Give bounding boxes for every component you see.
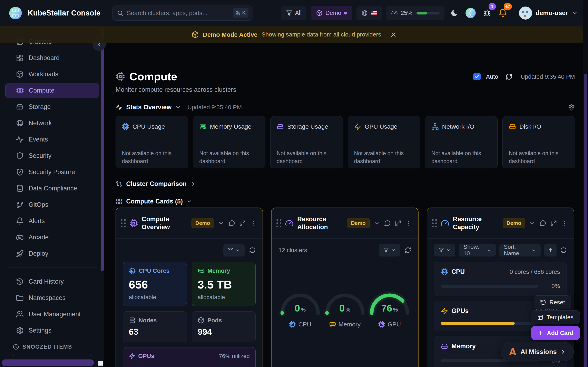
tile-memory[interactable]: Memory 3.5 TB allocatable — [192, 262, 256, 306]
sidebar-item-card-history[interactable]: Card History — [5, 274, 99, 289]
search-input[interactable] — [127, 9, 229, 17]
sidebar-item-namespaces[interactable]: Namespaces — [5, 290, 99, 306]
reset-button[interactable]: Reset — [534, 295, 571, 309]
show-count-dropdown[interactable]: Show: 10 — [459, 244, 496, 257]
refresh-icon[interactable] — [560, 247, 567, 253]
ai-missions-logo-icon: A — [508, 347, 517, 356]
network-icon — [432, 123, 439, 130]
filter-button[interactable] — [379, 244, 400, 257]
drag-handle-icon[interactable] — [277, 219, 281, 227]
kebab-menu-icon[interactable] — [250, 220, 256, 226]
chevron-down-icon[interactable] — [529, 220, 535, 226]
sort-dropdown[interactable]: Sort: Name — [499, 244, 541, 257]
drag-handle-icon[interactable] — [121, 219, 126, 227]
sidebar-item-settings[interactable]: Settings — [5, 323, 99, 338]
filter-button[interactable] — [434, 244, 455, 257]
chevron-down-icon — [391, 248, 396, 252]
box-icon — [198, 317, 205, 324]
comment-icon[interactable] — [539, 220, 546, 227]
chevron-down-icon[interactable] — [218, 220, 224, 226]
expand-icon[interactable] — [395, 220, 401, 226]
stat-card-network-io[interactable]: Network I/O - Not available on this dash… — [425, 116, 498, 168]
kebab-menu-icon[interactable] — [406, 220, 412, 226]
stat-card-gpu-usage[interactable]: GPU Usage - Not available on this dashbo… — [348, 116, 420, 168]
page-scrollbar[interactable] — [583, 0, 588, 367]
hard-drive-icon — [16, 103, 24, 111]
chevron-down-icon — [186, 199, 192, 204]
tile-gpus[interactable]: GPUs 76% utilized 52 / 68 allocated — [123, 347, 256, 367]
chevron-down-icon — [446, 248, 451, 252]
add-card-button[interactable]: Add Card — [531, 326, 580, 340]
stat-card-disk-io[interactable]: Disk I/O - Not available on this dashboa… — [502, 116, 575, 168]
capacity-value: 0 cores / 656 cores — [510, 268, 560, 275]
kebab-menu-icon[interactable] — [561, 220, 568, 226]
comment-icon[interactable] — [384, 220, 391, 227]
auto-refresh-checkbox[interactable] — [473, 73, 481, 80]
expand-icon[interactable] — [550, 220, 557, 226]
sidebar-item-security[interactable]: Security — [5, 148, 99, 164]
assistant-button[interactable] — [464, 6, 477, 20]
refresh-icon[interactable] — [249, 247, 256, 253]
cluster-comparison-section[interactable]: Cluster Comparison — [116, 180, 575, 188]
close-icon[interactable] — [390, 32, 397, 38]
capacity-row-cpu[interactable]: CPU 0 cores / 656 cores 0% — [434, 262, 567, 296]
sidebar-item-security-posture[interactable]: Security Posture — [5, 164, 99, 180]
zoom-control[interactable]: 25% — [386, 6, 444, 20]
arrow-up-icon — [548, 247, 553, 253]
sidebar-item-data-compliance[interactable]: Data Compliance — [5, 181, 99, 196]
folder-icon — [16, 294, 24, 302]
sidebar-scroll-corner — [98, 361, 103, 366]
chevron-down-icon[interactable] — [374, 220, 380, 226]
zap-icon — [129, 353, 135, 359]
sidebar-item-alerts[interactable]: Alerts — [5, 213, 99, 229]
demo-mode-button[interactable]: Demo — [311, 6, 352, 20]
cpu-cores-value: 656 — [129, 278, 181, 291]
comment-icon[interactable] — [228, 220, 235, 227]
debug-button[interactable]: 1 — [482, 6, 493, 20]
tile-nodes[interactable]: Nodes 63 — [123, 311, 187, 342]
page-subtitle: Monitor compute resources across cluster… — [116, 86, 236, 93]
theme-toggle-button[interactable] — [449, 6, 459, 20]
hard-drive-icon — [277, 123, 284, 130]
sidebar-item-dashboard[interactable]: Dashboard — [5, 50, 99, 66]
gear-icon[interactable] — [568, 104, 575, 111]
sidebar-item-events[interactable]: Events — [5, 132, 99, 147]
filter-all-button[interactable]: All — [281, 6, 306, 20]
sidebar-item-user-management[interactable]: User Management — [5, 307, 99, 322]
ai-missions-button[interactable]: A AI Missions — [501, 342, 574, 361]
sort-direction-button[interactable] — [544, 244, 557, 257]
stats-overview-title[interactable]: Stats Overview — [126, 104, 172, 111]
sidebar-item-network[interactable]: Network — [5, 115, 99, 131]
chevron-down-icon[interactable] — [175, 104, 181, 110]
zoom-slider[interactable] — [415, 12, 440, 15]
tile-pods[interactable]: Pods 994 — [192, 311, 256, 342]
banner-title: Demo Mode Active — [203, 31, 258, 38]
sidebar-item-workloads[interactable]: Workloads — [5, 67, 99, 82]
auto-label: Auto — [486, 73, 498, 80]
filter-button[interactable] — [223, 244, 245, 257]
chevron-down-icon — [236, 248, 240, 252]
stats-cards-row: CPU Usage - Not available on this dashbo… — [116, 116, 575, 168]
sidebar-item-compute[interactable]: Compute — [5, 83, 99, 98]
compute-cards-section[interactable]: Compute Cards (5) — [116, 198, 575, 205]
templates-button[interactable]: Templates — [531, 310, 580, 324]
page-scrollbar-thumb[interactable] — [584, 74, 587, 367]
stat-card-memory-usage[interactable]: Memory Usage - Not available on this das… — [193, 116, 265, 168]
tile-cpu-cores[interactable]: CPU Cores 656 allocatable — [123, 262, 187, 306]
refresh-icon[interactable] — [506, 73, 512, 80]
drag-handle-icon[interactable] — [432, 219, 437, 227]
sidebar-item-deploy[interactable]: Deploy — [5, 246, 99, 261]
cpu-icon — [129, 267, 136, 274]
sidebar-item-arcade[interactable]: Arcade — [5, 230, 99, 245]
stat-card-storage-usage[interactable]: Storage Usage - Not available on this da… — [270, 116, 343, 168]
global-search[interactable]: ⌘ K — [112, 6, 253, 21]
sidebar-scrollbar[interactable] — [101, 29, 104, 271]
notifications-button[interactable]: 67 — [497, 6, 509, 20]
refresh-icon[interactable] — [405, 247, 411, 253]
expand-icon[interactable] — [239, 220, 246, 226]
language-button[interactable] — [356, 6, 382, 20]
sidebar-item-storage[interactable]: Storage — [5, 99, 99, 115]
sidebar-item-gitops[interactable]: GitOps — [5, 197, 99, 212]
user-menu[interactable]: demo-user — [518, 6, 579, 20]
stat-card-cpu-usage[interactable]: CPU Usage - Not available on this dashbo… — [116, 116, 188, 168]
